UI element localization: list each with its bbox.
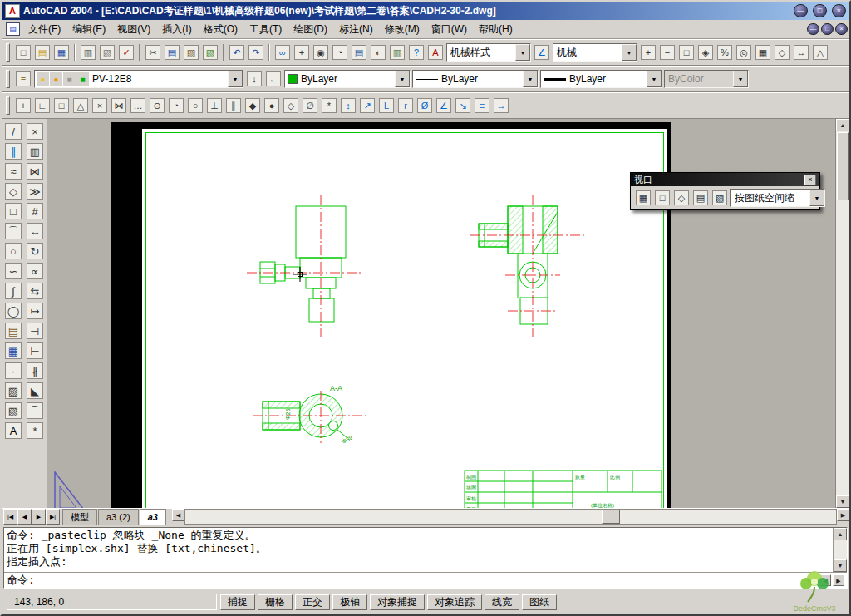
explode-button[interactable]: * [25, 421, 45, 441]
menu-item-9[interactable]: 窗口(W) [426, 22, 473, 37]
extend-button[interactable]: ⊢ [25, 341, 45, 361]
status-toggle-5[interactable]: 对象追踪 [427, 594, 482, 610]
spline-button[interactable]: ∫ [3, 281, 23, 301]
chevron-down-icon[interactable]: ▼ [515, 44, 530, 61]
zoom-window-button[interactable]: □ [677, 43, 696, 62]
snap-apparent-intersection-button[interactable]: ⋈ [110, 96, 128, 115]
spell-check-button[interactable]: ✓ [117, 43, 135, 62]
snap-extension-button[interactable]: … [129, 96, 147, 115]
linetype-combo[interactable]: ByLayer ▼ [412, 70, 539, 88]
clip-existing-viewport-button[interactable]: ▧ [711, 189, 729, 207]
snap-node-button[interactable]: ● [263, 96, 281, 115]
layer-lock-icon[interactable]: ■ [63, 72, 76, 86]
scroll-up-icon[interactable]: ▲ [834, 528, 847, 540]
layer-properties-manager-button[interactable]: ≡ [14, 70, 32, 88]
convert-object-to-viewport-button[interactable]: ▤ [691, 189, 710, 207]
snap-tangent-button[interactable]: ○ [186, 96, 204, 115]
hatch-button[interactable]: ▨ [3, 381, 23, 401]
dim-ordinate-button[interactable]: L [377, 96, 396, 115]
open-folder-button[interactable]: ▤ [33, 43, 52, 62]
status-toggle-7[interactable]: 图纸 [522, 594, 557, 610]
erase-button[interactable]: × [25, 121, 45, 141]
color-combo[interactable]: ByLayer ▼ [284, 70, 411, 88]
copy-button[interactable]: ▤ [163, 43, 181, 62]
pan-button[interactable]: ↔ [792, 43, 810, 62]
zoom-realtime-button[interactable]: ◉ [312, 43, 330, 62]
break-button[interactable]: ∦ [25, 361, 45, 381]
hscroll-track[interactable] [184, 509, 837, 525]
prompt-scroll-left-icon[interactable]: ◀ [819, 574, 831, 586]
revision-cloud-button[interactable]: ∽ [3, 261, 23, 281]
region-button[interactable]: ▧ [3, 401, 23, 421]
lineweight-combo[interactable]: ByLayer ▼ [540, 70, 662, 88]
make-block-button[interactable]: ▦ [3, 341, 23, 361]
display-viewports-dialog-button[interactable]: ▦ [634, 189, 652, 207]
snap-nearest-button[interactable]: ◇ [282, 96, 300, 115]
dim-baseline-button[interactable]: ≡ [473, 96, 491, 115]
stretch-button[interactable]: ⇆ [25, 281, 45, 301]
layer-on-icon[interactable]: ● [37, 72, 49, 86]
scroll-down-icon[interactable]: ▼ [836, 495, 849, 508]
dim-linear-button[interactable]: ↕ [339, 96, 357, 115]
design-center-button[interactable]: ◐ [369, 43, 387, 62]
snap-perpendicular-button[interactable]: ⊥ [205, 96, 224, 115]
match-properties-button[interactable]: ▧ [201, 43, 219, 62]
viewports-toolbar-titlebar[interactable]: 视口 × [631, 173, 819, 186]
close-button[interactable]: × [832, 4, 846, 17]
scroll-right-icon[interactable]: ▶ [837, 509, 849, 521]
array-button[interactable]: # [25, 201, 45, 221]
tab-scroll-3[interactable]: ▶| [46, 509, 60, 525]
layout-tab-2[interactable]: a3 [140, 509, 166, 525]
status-toggle-3[interactable]: 极轴 [332, 594, 367, 610]
drawing-paper[interactable]: A-A Φ39 Φ25 制图 描图 审核 工艺 数量 比例 (单位名称) [142, 129, 667, 508]
new-file-button[interactable]: □ [14, 43, 32, 62]
pan-realtime-button[interactable]: + [293, 43, 311, 62]
rectangle-button[interactable]: □ [3, 201, 23, 221]
help-button[interactable]: ? [407, 43, 426, 62]
single-viewport-button[interactable]: □ [653, 189, 671, 207]
scroll-up-icon[interactable]: ▲ [836, 119, 849, 131]
point-button[interactable]: · [3, 361, 23, 381]
mirror-button[interactable]: ⋈ [25, 161, 45, 181]
chamfer-button[interactable]: ◣ [25, 381, 45, 401]
copy-object-button[interactable]: ▥ [25, 141, 45, 161]
aerial-view-button[interactable]: △ [811, 43, 829, 62]
command-history[interactable]: 命令: _pasteclip 忽略块 _None 的重复定义。正在用 [simp… [4, 528, 847, 572]
status-toggle-4[interactable]: 对象捕捉 [370, 594, 425, 610]
doc-restore-button[interactable]: □ [821, 23, 834, 35]
menu-item-0[interactable]: 文件(F) [22, 22, 66, 37]
lengthen-button[interactable]: ↦ [25, 301, 45, 321]
layer-freeze-icon[interactable]: ● [50, 72, 62, 86]
chevron-down-icon[interactable]: ▼ [228, 71, 243, 87]
chevron-down-icon[interactable]: ▼ [809, 190, 824, 206]
dim-diameter-button[interactable]: Ø [416, 96, 434, 115]
snap-none-button[interactable]: ∅ [301, 96, 319, 115]
horizontal-scrollbar[interactable]: ◀ ▶ [172, 509, 849, 525]
viewport-scale-combo[interactable]: 按图纸空间缩 ▼ [730, 189, 825, 207]
text-style-combo[interactable]: 机械样式 ▼ [446, 43, 531, 62]
doc-minimize-button[interactable]: — [807, 23, 819, 35]
command-prompt[interactable]: 命令: [7, 574, 35, 587]
tab-scroll-1[interactable]: ◀ [17, 509, 32, 525]
paste-button[interactable]: ▨ [182, 43, 200, 62]
snap-midpoint-button[interactable]: △ [71, 96, 90, 115]
snap-center-button[interactable]: ⊙ [148, 96, 166, 115]
snap-parallel-button[interactable]: ∥ [224, 96, 243, 115]
toolbar-grip[interactable] [6, 43, 10, 62]
toolbar-grip[interactable] [6, 70, 10, 88]
make-object-layer-current-button[interactable]: ↓ [245, 70, 263, 88]
polygonal-viewport-button[interactable]: ◇ [672, 189, 691, 207]
insert-hyperlink-button[interactable]: ∞ [273, 43, 292, 62]
chevron-down-icon[interactable]: ▼ [523, 71, 538, 87]
command-scroll-track[interactable] [834, 540, 847, 559]
dim-aligned-button[interactable]: ↗ [358, 96, 376, 115]
zoom-all-button[interactable]: ▦ [754, 43, 772, 62]
line-button[interactable]: / [3, 121, 23, 141]
zoom-previous-button[interactable]: ◔ [331, 43, 349, 62]
menu-item-3[interactable]: 插入(I) [156, 22, 197, 37]
zoom-scale-button[interactable]: % [716, 43, 734, 62]
snap-quadrant-button[interactable]: ◔ [167, 96, 185, 115]
layer-previous-button[interactable]: ← [264, 70, 283, 88]
layout-tab-1[interactable]: a3 (2) [98, 509, 139, 525]
text-style-button[interactable]: A [426, 43, 445, 62]
